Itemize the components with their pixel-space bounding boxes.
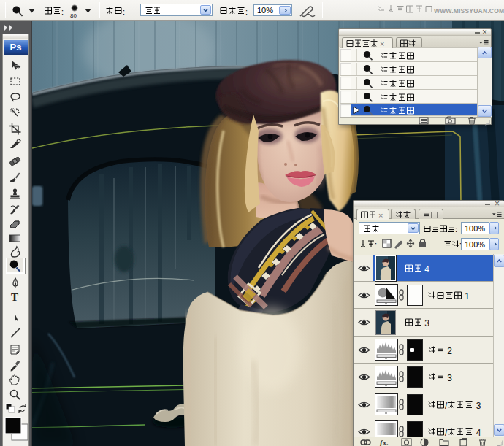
- svg-text:fx.: fx.: [380, 438, 389, 446]
- svg-text:T: T: [11, 291, 18, 303]
